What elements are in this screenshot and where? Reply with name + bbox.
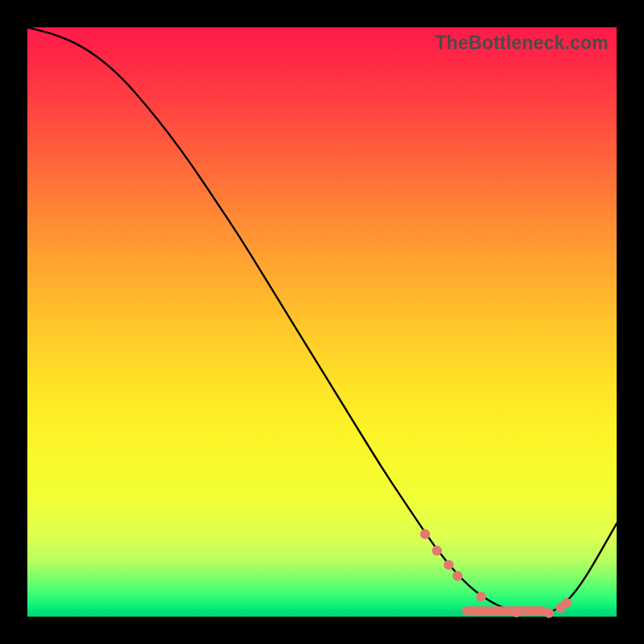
highlight-dot: [452, 571, 462, 580]
highlight-dot: [511, 608, 521, 617]
highlight-dot: [562, 598, 572, 608]
plot-area: TheBottleneck.com: [27, 27, 617, 617]
highlight-dot: [432, 546, 442, 555]
highlight-dot: [444, 559, 453, 569]
chart-frame: TheBottleneck.com: [0, 0, 644, 644]
highlight-dot: [544, 608, 554, 617]
bottleneck-curve: [27, 27, 617, 614]
chart-overlay: [27, 27, 617, 617]
highlight-dot: [420, 529, 430, 539]
highlight-dot: [476, 592, 485, 601]
